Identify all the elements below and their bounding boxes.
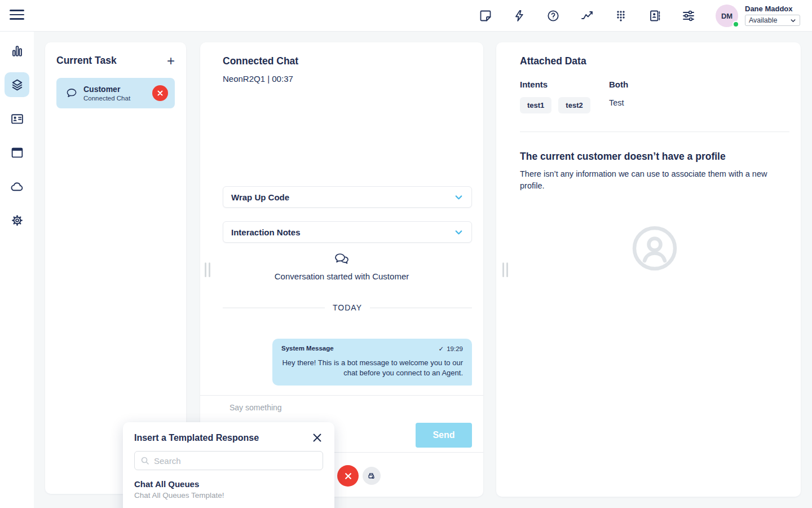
id-badge-icon <box>10 112 24 126</box>
task-name: Customer <box>83 85 152 94</box>
status-dropdown-value: Available <box>749 16 778 24</box>
chevron-down-icon <box>454 192 464 202</box>
end-chat-button[interactable] <box>337 465 359 487</box>
template-list-item[interactable]: Chat All Queues Chat All Queues Template… <box>134 479 323 500</box>
chevron-down-icon <box>454 227 464 237</box>
lightning-icon[interactable] <box>513 9 526 23</box>
sidebar-item-analytics[interactable] <box>5 38 29 63</box>
no-profile-heading: The current customer doesn’t have a prof… <box>520 151 726 163</box>
panel-resize-handle[interactable] <box>502 262 508 277</box>
attached-data-panel: Attached Data Intents test1 test2 Both T… <box>496 42 801 497</box>
task-subtitle: Connected Chat <box>83 95 152 102</box>
sidebar-item-apps[interactable] <box>5 140 29 165</box>
left-sidebar <box>0 32 34 508</box>
popup-title: Insert a Templated Response <box>134 433 259 443</box>
chevron-down-icon <box>790 17 796 24</box>
intent-badge: test1 <box>520 97 551 113</box>
sidebar-item-cloud[interactable] <box>5 174 29 199</box>
wrapup-code-label: Wrap Up Code <box>231 192 289 202</box>
gear-icon <box>10 213 24 227</box>
chat-bubble-icon <box>65 87 78 99</box>
template-item-title: Chat All Queues <box>134 479 323 489</box>
wrapup-code-accordion[interactable]: Wrap Up Code <box>223 186 472 208</box>
cloud-icon <box>10 179 24 194</box>
dialpad-icon[interactable] <box>614 9 628 23</box>
message-time: 19:29 <box>447 345 463 352</box>
chat-panel-title: Connected Chat <box>223 55 298 67</box>
sidebar-item-settings[interactable] <box>5 208 29 233</box>
layers-icon <box>10 78 24 92</box>
topbar-icon-group <box>479 9 695 23</box>
status-dropdown[interactable]: Available <box>745 15 800 26</box>
popup-close-button[interactable] <box>312 432 323 444</box>
sidebar-item-directory[interactable] <box>5 106 29 131</box>
day-divider: TODAY <box>223 303 472 312</box>
day-divider-label: TODAY <box>333 303 362 312</box>
conversation-start-indicator: Conversation started with Customer <box>200 252 483 281</box>
message-input[interactable] <box>230 399 410 416</box>
conversation-start-text: Conversation started with Customer <box>200 271 483 281</box>
interaction-notes-label: Interaction Notes <box>231 227 301 237</box>
sliders-icon[interactable] <box>682 9 695 23</box>
sidebar-item-interactions[interactable] <box>5 72 29 97</box>
top-bar: DM Dane Maddox Available <box>0 0 812 32</box>
delivered-check-icon: ✓ <box>439 345 444 353</box>
user-avatar[interactable]: DM <box>716 5 738 27</box>
wrapup-printer-icon <box>367 471 377 481</box>
task-item-customer[interactable]: Customer Connected Chat <box>56 78 175 108</box>
contact-card-icon[interactable] <box>648 9 661 23</box>
close-icon <box>344 472 352 480</box>
search-icon <box>140 456 149 465</box>
both-value: Test <box>609 98 628 107</box>
profile-placeholder-icon <box>630 224 679 273</box>
conversation-icon <box>334 252 350 267</box>
message-text: Hey there! This is a bot message to welc… <box>281 358 463 378</box>
intents-label: Intents <box>520 80 590 89</box>
current-task-title: Current Task <box>56 55 117 67</box>
composer-divider <box>200 395 483 396</box>
hamburger-menu-icon[interactable] <box>10 10 24 22</box>
message-sender: System Message <box>281 345 334 353</box>
close-icon <box>157 90 164 97</box>
help-icon[interactable] <box>546 9 560 23</box>
both-label: Both <box>609 80 628 89</box>
sticky-note-icon[interactable] <box>479 9 492 23</box>
end-task-button[interactable] <box>152 85 168 101</box>
intent-badge: test2 <box>558 97 590 113</box>
performance-chart-icon[interactable] <box>580 9 594 23</box>
bar-chart-icon <box>10 44 24 58</box>
attached-data-title: Attached Data <box>520 55 586 67</box>
window-icon <box>10 146 24 160</box>
status-available-dot <box>732 21 739 28</box>
attached-data-divider <box>520 132 789 132</box>
template-search-input[interactable] <box>154 456 317 466</box>
send-button[interactable]: Send <box>416 423 472 448</box>
interaction-notes-accordion[interactable]: Interaction Notes <box>223 221 472 243</box>
close-icon <box>312 432 323 443</box>
add-task-button[interactable]: + <box>167 55 175 67</box>
wrapup-action-button[interactable] <box>363 467 381 485</box>
system-message-bubble: System Message ✓ 19:29 Hey there! This i… <box>272 339 472 386</box>
template-search-box[interactable] <box>134 451 323 470</box>
template-item-subtitle: Chat All Queues Template! <box>134 491 323 500</box>
no-profile-text: There isn’t any information we can use t… <box>520 168 789 192</box>
user-name: Dane Maddox <box>745 5 804 13</box>
chat-session-info: NeonR2Q1 | 00:37 <box>223 74 293 84</box>
templated-response-popup: Insert a Templated Response Chat All Que… <box>123 422 334 508</box>
